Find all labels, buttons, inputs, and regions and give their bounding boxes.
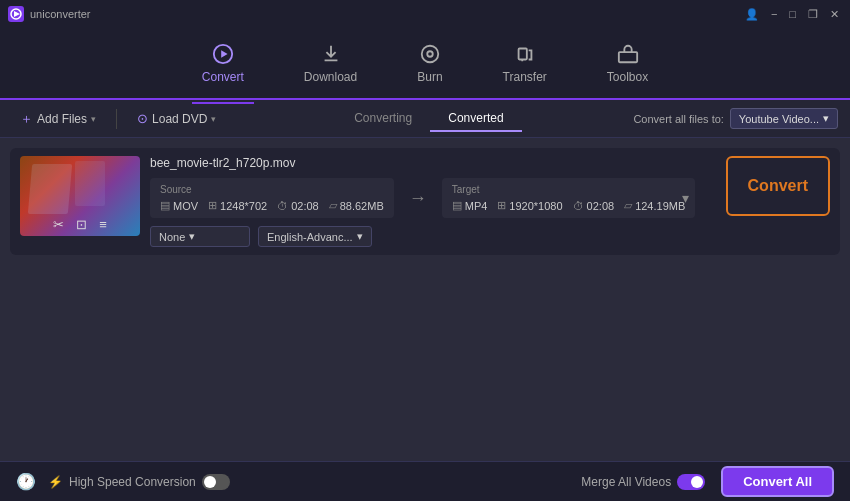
toolbar: ＋ Add Files ▾ ⊙ Load DVD ▾ Converting Co… (0, 100, 850, 138)
app-title: uniconverter (30, 8, 91, 20)
format-dropdown-icon: ▾ (823, 112, 829, 125)
nav-label-download: Download (304, 70, 357, 84)
merge-section: Merge All Videos Convert All (581, 466, 834, 497)
target-box: Target ▤ MP4 ⊞ 1920*1080 ⏱ 02:08 (442, 178, 696, 218)
source-info-row: ▤ MOV ⊞ 1248*702 ⏱ 02:08 ▱ (160, 199, 384, 212)
target-info-row: ▤ MP4 ⊞ 1920*1080 ⏱ 02:08 ▱ (452, 199, 686, 212)
svg-point-5 (427, 51, 433, 57)
source-resolution: ⊞ 1248*702 (208, 199, 267, 212)
target-clock-icon: ⏱ (573, 200, 584, 212)
title-bar: uniconverter 👤 − □ ❐ ✕ (0, 0, 850, 28)
target-resolution-icon: ⊞ (497, 199, 506, 212)
convert-all-button[interactable]: Convert All (721, 466, 834, 497)
tab-group: Converting Converted (232, 106, 625, 132)
nav-item-convert[interactable]: Convert (192, 34, 254, 92)
speed-section: ⚡ High Speed Conversion (48, 474, 230, 490)
nav-label-burn: Burn (417, 70, 442, 84)
subtitle-none-select[interactable]: None ▾ (150, 226, 250, 247)
load-dvd-label: Load DVD (152, 112, 207, 126)
target-format: ▤ MP4 (452, 199, 488, 212)
file-card: ✂ ⊡ ≡ bee_movie-tlr2_h720p.mov Source ▤ … (10, 148, 840, 255)
close-button[interactable]: ✕ (827, 8, 842, 21)
add-files-dropdown-icon: ▾ (91, 114, 96, 124)
target-format-icon: ▤ (452, 199, 462, 212)
convert-button[interactable]: Convert (726, 156, 830, 216)
target-label: Target (452, 184, 686, 195)
source-duration: ⏱ 02:08 (277, 200, 319, 212)
file-thumbnail: ✂ ⊡ ≡ (20, 156, 140, 236)
subtitle-lang-select[interactable]: English-Advanc... ▾ (258, 226, 372, 247)
convert-all-files-section: Convert all files to: Youtube Video... ▾ (633, 108, 838, 129)
add-icon: ＋ (20, 110, 33, 128)
burn-nav-icon (418, 42, 442, 66)
add-files-button[interactable]: ＋ Add Files ▾ (12, 106, 104, 132)
nav-label-convert: Convert (202, 70, 244, 84)
format-label: Youtube Video... (739, 113, 819, 125)
nav-label-transfer: Transfer (503, 70, 547, 84)
file-size-icon: ▱ (329, 199, 337, 212)
nav-item-download[interactable]: Download (294, 34, 367, 92)
subtitle-none-label: None (159, 231, 185, 243)
source-size: ▱ 88.62MB (329, 199, 384, 212)
tab-converted[interactable]: Converted (430, 106, 521, 132)
convert-all-files-label: Convert all files to: (633, 113, 723, 125)
main-content: ✂ ⊡ ≡ bee_movie-tlr2_h720p.mov Source ▤ … (0, 138, 850, 461)
nav-bar: Convert Download Burn Transfer (0, 28, 850, 100)
toolbar-separator (116, 109, 117, 129)
file-info: bee_movie-tlr2_h720p.mov Source ▤ MOV ⊞ … (150, 156, 716, 247)
window-controls: 👤 − □ ❐ ✕ (742, 8, 842, 21)
bottom-bar: 🕐 ⚡ High Speed Conversion Merge All Vide… (0, 461, 850, 501)
resolution-icon: ⊞ (208, 199, 217, 212)
transfer-nav-icon (513, 42, 537, 66)
nav-item-burn[interactable]: Burn (407, 34, 452, 92)
file-name: bee_movie-tlr2_h720p.mov (150, 156, 716, 170)
svg-marker-1 (14, 11, 20, 17)
merge-label: Merge All Videos (581, 475, 671, 489)
clock-source-icon: ⏱ (277, 200, 288, 212)
subtitle-row: None ▾ English-Advanc... ▾ (150, 226, 716, 247)
nav-label-toolbox: Toolbox (607, 70, 648, 84)
add-files-label: Add Files (37, 112, 87, 126)
nav-item-transfer[interactable]: Transfer (493, 34, 557, 92)
app-logo-icon (8, 6, 24, 22)
restore-button[interactable]: ❐ (805, 8, 821, 21)
dvd-icon: ⊙ (137, 111, 148, 126)
settings-icon[interactable]: ≡ (99, 217, 107, 232)
target-file-icon: ▱ (624, 199, 632, 212)
maximize-button[interactable]: □ (786, 8, 799, 20)
svg-rect-7 (618, 52, 636, 62)
crop-icon[interactable]: ⊡ (76, 217, 87, 232)
app-logo: uniconverter (8, 6, 91, 22)
toolbox-nav-icon (616, 42, 640, 66)
target-edit-button[interactable]: ▾ (682, 190, 689, 206)
speed-label: High Speed Conversion (69, 475, 196, 489)
target-size: ▱ 124.19MB (624, 199, 685, 212)
source-label: Source (160, 184, 384, 195)
nav-item-toolbox[interactable]: Toolbox (597, 34, 658, 92)
target-resolution: ⊞ 1920*1080 (497, 199, 562, 212)
format-select-button[interactable]: Youtube Video... ▾ (730, 108, 838, 129)
svg-marker-3 (221, 50, 227, 57)
thumbnail-controls: ✂ ⊡ ≡ (20, 217, 140, 232)
svg-rect-6 (518, 49, 526, 60)
user-icon[interactable]: 👤 (742, 8, 762, 21)
merge-toggle[interactable] (677, 474, 705, 490)
trim-icon[interactable]: ✂ (53, 217, 64, 232)
subtitle-lang-dropdown-icon: ▾ (357, 230, 363, 243)
download-nav-icon (319, 42, 343, 66)
convert-nav-icon (211, 42, 235, 66)
lightning-icon: ⚡ (48, 475, 63, 489)
tab-converting[interactable]: Converting (336, 106, 430, 132)
format-icon: ▤ (160, 199, 170, 212)
speed-toggle[interactable] (202, 474, 230, 490)
subtitle-dropdown-icon: ▾ (189, 230, 195, 243)
svg-point-4 (422, 46, 439, 63)
source-format: ▤ MOV (160, 199, 198, 212)
source-box: Source ▤ MOV ⊞ 1248*702 ⏱ 02:08 (150, 178, 394, 218)
load-dvd-button[interactable]: ⊙ Load DVD ▾ (129, 107, 224, 130)
history-icon[interactable]: 🕐 (16, 472, 36, 491)
target-duration: ⏱ 02:08 (573, 200, 615, 212)
minimize-button[interactable]: − (768, 8, 780, 20)
subtitle-lang-label: English-Advanc... (267, 231, 353, 243)
source-target-row: Source ▤ MOV ⊞ 1248*702 ⏱ 02:08 (150, 178, 716, 218)
